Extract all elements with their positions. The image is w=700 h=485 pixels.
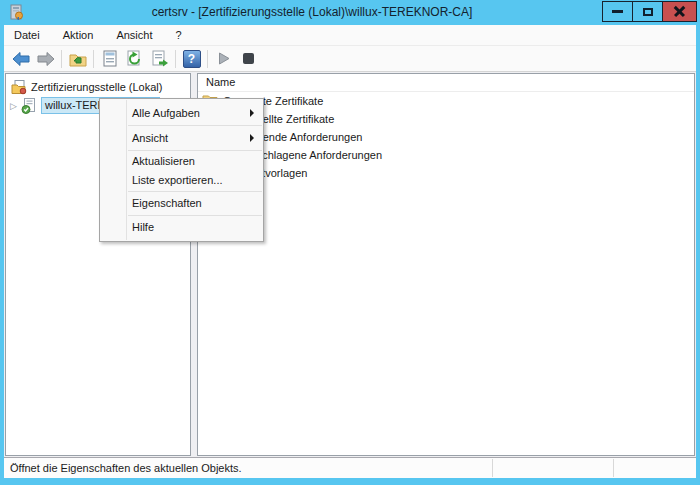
menubar: Datei Aktion Ansicht ? (4, 25, 696, 46)
help-button[interactable]: ? (179, 48, 204, 69)
column-header-name[interactable]: Name (198, 74, 694, 92)
refresh-button[interactable] (122, 48, 147, 69)
menu-item-alle-aufgaben[interactable]: Alle Aufgaben (100, 102, 263, 124)
export-list-icon (151, 50, 169, 67)
status-text: Öffnet die Eigenschaften des aktuellen O… (10, 458, 242, 478)
menu-aktion[interactable]: Aktion (53, 25, 104, 45)
status-cell-divider (613, 459, 614, 477)
close-button[interactable] (662, 1, 697, 22)
menu-item-eigenschaften[interactable]: Eigenschaften (100, 193, 263, 214)
start-service-icon (218, 52, 230, 65)
menu-item-ansicht[interactable]: Ansicht (100, 127, 263, 149)
stop-service-icon (243, 53, 254, 64)
tree-root-label: Zertifizierungsstelle (Lokal) (31, 81, 162, 93)
toolbar: ? (4, 46, 696, 72)
toolbar-separator (207, 50, 208, 68)
close-icon (673, 5, 686, 18)
tree-root-certification-authority[interactable]: Zertifizierungsstelle (Lokal) (6, 77, 190, 96)
back-button[interactable] (8, 48, 33, 69)
toolbar-separator (61, 50, 62, 68)
results-panel: Name Gesperrte Zertifikate Ausgestellte … (197, 73, 695, 456)
menu-separator (128, 215, 262, 216)
toolbar-separator (175, 50, 176, 68)
start-service-button[interactable] (211, 48, 236, 69)
context-menu: Alle Aufgaben Ansicht Aktualisieren List… (99, 98, 264, 242)
console-tree-toggle-button[interactable] (65, 48, 90, 69)
menu-item-liste-exportieren[interactable]: Liste exportieren... (100, 171, 263, 190)
titlebar[interactable]: certsrv - [Zertifizierungsstelle (Lokal)… (0, 0, 700, 25)
forward-icon (37, 52, 55, 66)
list-item-revoked-certificates[interactable]: Gesperrte Zertifikate (198, 92, 694, 110)
menu-help[interactable]: ? (166, 25, 192, 45)
ca-certificate-icon (21, 98, 37, 114)
statusbar: Öffnet die Eigenschaften des aktuellen O… (4, 457, 696, 478)
show-hide-console-tree-icon (69, 51, 87, 67)
certsrv-window: certsrv - [Zertifizierungsstelle (Lokal)… (0, 0, 700, 485)
export-list-button[interactable] (147, 48, 172, 69)
menu-item-hilfe[interactable]: Hilfe (100, 217, 263, 238)
help-icon: ? (183, 50, 201, 68)
list-item-pending-requests[interactable]: Ausstehende Anforderungen (198, 128, 694, 146)
submenu-arrow-icon (250, 134, 254, 142)
properties-button[interactable] (97, 48, 122, 69)
maximize-icon (643, 8, 653, 16)
expand-collapsed-icon[interactable]: ▷ (10, 101, 21, 111)
toolbar-separator (93, 50, 94, 68)
menu-item-aktualisieren[interactable]: Aktualisieren (100, 152, 263, 171)
forward-button[interactable] (33, 48, 58, 69)
list-item-failed-requests[interactable]: Fehlgeschlagene Anforderungen (198, 146, 694, 164)
menu-separator (128, 191, 262, 192)
menu-datei[interactable]: Datei (4, 25, 50, 45)
back-icon (12, 52, 30, 66)
window-title: certsrv - [Zertifizierungsstelle (Lokal)… (28, 0, 596, 25)
properties-icon (102, 50, 118, 67)
stop-service-button[interactable] (236, 48, 261, 69)
menu-ansicht[interactable]: Ansicht (106, 25, 162, 45)
certsrv-app-icon (8, 4, 24, 20)
status-cell-divider (492, 459, 493, 477)
submenu-arrow-icon (250, 109, 254, 117)
certification-authority-icon (11, 79, 27, 95)
menu-separator (128, 125, 262, 126)
refresh-icon (126, 50, 143, 67)
list-item-issued-certificates[interactable]: Ausgestellte Zertifikate (198, 110, 694, 128)
list-item-certificate-templates[interactable]: Zertifikatvorlagen (198, 164, 694, 182)
maximize-button[interactable] (632, 1, 663, 22)
minimize-button[interactable] (602, 1, 633, 22)
menu-separator (128, 150, 262, 151)
minimize-icon (612, 10, 623, 13)
